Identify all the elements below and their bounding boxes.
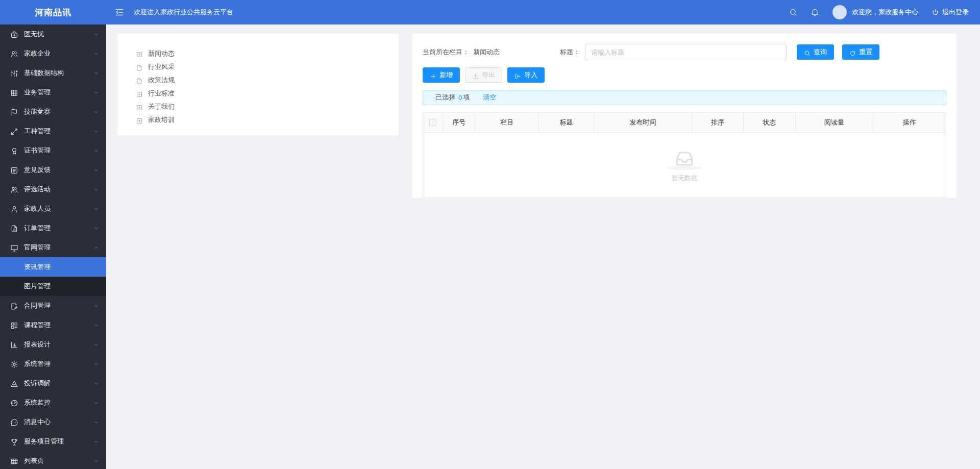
gear-icon	[10, 360, 18, 368]
chevron-down-icon	[93, 226, 99, 231]
sidebar-subitem-资讯管理[interactable]: 资讯管理	[0, 257, 106, 277]
chevron-down-icon	[93, 323, 99, 328]
title-search-input[interactable]	[585, 44, 787, 60]
chevron-down-icon	[93, 51, 99, 57]
chevron-down-icon	[93, 400, 99, 406]
chevron-down-icon	[93, 226, 99, 231]
chevron-down-icon	[93, 129, 99, 134]
selected-unit: 项	[463, 93, 470, 102]
users-icon	[10, 50, 18, 58]
users-icon	[10, 50, 18, 58]
contract-icon	[10, 302, 18, 310]
sliders-icon	[10, 69, 18, 77]
sliders-icon	[10, 69, 18, 78]
sidebar-item-投诉调解[interactable]: 投诉调解	[0, 374, 106, 393]
plus-icon	[430, 73, 436, 80]
message-icon	[10, 418, 18, 427]
course-blocks-icon	[10, 321, 18, 329]
sidebar-item-服务项目管理[interactable]: 服务项目管理	[0, 432, 106, 451]
sidebar-item-订单管理[interactable]: 订单管理	[0, 218, 106, 238]
sidebar-item-课程管理[interactable]: 课程管理	[0, 315, 106, 335]
current-column-label: 当前所在栏目：	[423, 47, 469, 57]
export-button[interactable]: 导出	[465, 67, 502, 83]
table-column-标题: 标题	[539, 113, 594, 132]
add-button[interactable]: 新增	[423, 67, 460, 83]
bell-icon[interactable]	[811, 8, 819, 17]
tree-node-行业风采[interactable]: 行业风采	[117, 60, 399, 73]
tree-node-label: 新闻动态	[148, 49, 175, 58]
chevron-down-icon	[93, 187, 99, 192]
expand-arrows-icon	[10, 128, 18, 136]
grid-icon	[10, 89, 18, 97]
search-icon[interactable]	[789, 8, 797, 16]
sidebar-item-证书管理[interactable]: 证书管理	[0, 141, 106, 160]
file-icon	[136, 64, 143, 71]
sidebar-item-意见反馈[interactable]: 意见反馈	[0, 160, 106, 180]
chevron-down-icon	[93, 206, 99, 212]
reset-button-label: 重置	[859, 47, 872, 57]
chevron-down-icon	[93, 187, 99, 192]
collapse-menu-icon	[114, 7, 125, 17]
sidebar-item-医无忧[interactable]: 医无忧	[0, 24, 106, 44]
plus-square-icon	[136, 91, 143, 98]
chevron-down-icon	[93, 342, 99, 348]
sidebar-item-合同管理[interactable]: 合同管理	[0, 296, 106, 315]
sidebar-item-工种管理[interactable]: 工种管理	[0, 121, 106, 141]
reset-button[interactable]: 重置	[842, 44, 879, 60]
chevron-down-icon	[93, 361, 99, 367]
trophy-icon	[10, 438, 18, 446]
sidebar-item-系统管理[interactable]: 系统管理	[0, 354, 106, 374]
import-button[interactable]: 导入	[507, 67, 545, 83]
logout-button[interactable]: 退出登录	[932, 8, 969, 17]
bell-icon	[811, 8, 819, 17]
select-all-checkbox[interactable]	[429, 119, 436, 126]
tree-node-家政培训[interactable]: 家政培训	[117, 113, 399, 127]
logout-icon	[932, 8, 939, 16]
sidebar-item-基础数据结构[interactable]: 基础数据结构	[0, 63, 106, 83]
sidebar-subitem-label: 资讯管理	[24, 262, 51, 271]
first-aid-kit-icon	[10, 30, 18, 38]
selected-label: 已选择	[435, 93, 455, 102]
tree-node-关于我们[interactable]: 关于我们	[117, 100, 399, 113]
sidebar-item-label: 投诉调解	[24, 379, 51, 388]
chevron-down-icon	[93, 419, 99, 425]
sidebar-item-家政企业[interactable]: 家政企业	[0, 44, 106, 63]
collapse-menu-icon[interactable]	[114, 7, 125, 17]
user-menu[interactable]: 欢迎您，家政服务中心	[832, 5, 918, 19]
tree-node-新闻动态[interactable]: 新闻动态	[117, 47, 399, 60]
tree-node-政策法规[interactable]: 政策法规	[117, 73, 399, 87]
plus-icon	[430, 72, 436, 79]
sidebar-item-label: 列表页	[24, 456, 44, 465]
filter-row: 当前所在栏目： 新闻动态 标题： 查询 重置	[423, 44, 946, 60]
clear-selection-link[interactable]: 清空	[483, 93, 496, 102]
chevron-down-icon	[93, 90, 99, 95]
sidebar-item-官网管理[interactable]: 官网管理	[0, 238, 106, 257]
add-button-label: 新增	[439, 70, 453, 80]
trophy-icon	[10, 437, 18, 446]
search-icon	[804, 49, 811, 56]
chevron-down-icon	[93, 381, 99, 386]
title-label: 标题：	[560, 47, 580, 57]
tree-node-行业标准[interactable]: 行业标准	[117, 87, 399, 100]
search-button[interactable]: 查询	[797, 44, 834, 60]
empty-shadow	[667, 166, 702, 170]
sidebar-subitem-图片管理[interactable]: 图片管理	[0, 277, 106, 296]
sidebar-item-系统监控[interactable]: 系统监控	[0, 393, 106, 412]
table-column-栏目: 栏目	[475, 113, 539, 132]
avatar[interactable]	[832, 5, 847, 19]
sidebar-item-评选活动[interactable]: 评选活动	[0, 180, 106, 199]
medal-icon	[10, 147, 18, 155]
chevron-down-icon	[93, 381, 99, 386]
category-tree-panel: 新闻动态行业风采政策法规行业标准关于我们家政培训	[117, 34, 399, 135]
tree-node-label: 行业标准	[148, 89, 175, 98]
file-icon	[136, 77, 143, 84]
file-icon	[136, 63, 143, 70]
sidebar-item-家政人员[interactable]: 家政人员	[0, 199, 106, 218]
sidebar-item-技能竞赛[interactable]: 技能竞赛	[0, 102, 106, 121]
export-icon	[472, 73, 479, 80]
sidebar-item-列表页[interactable]: 列表页	[0, 451, 106, 469]
news-table: 序号栏目标题发布时间排序状态阅读量操作 暂无数据	[423, 112, 946, 198]
sidebar-item-业务管理[interactable]: 业务管理	[0, 83, 106, 102]
sidebar-item-报表设计[interactable]: 报表设计	[0, 335, 106, 354]
sidebar-item-消息中心[interactable]: 消息中心	[0, 412, 106, 432]
